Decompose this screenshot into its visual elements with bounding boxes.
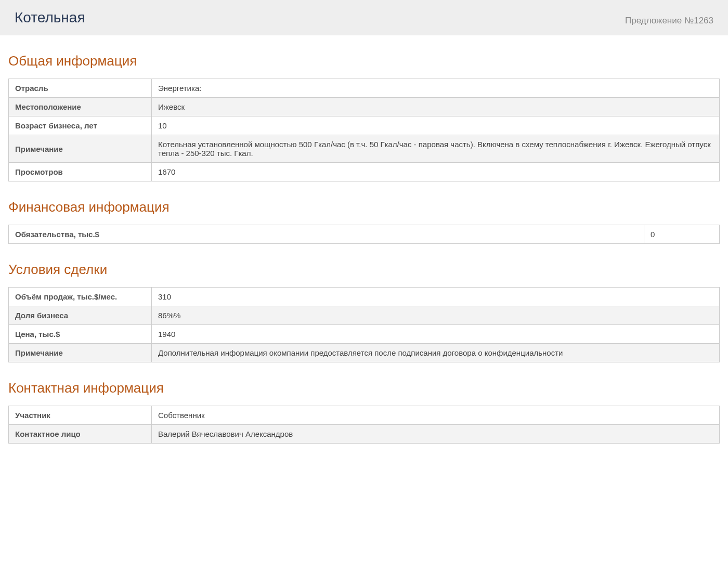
row-label: Участник: [9, 406, 152, 425]
section-heading-contact: Контактная информация: [8, 380, 720, 396]
table-row: Примечание Котельная установленной мощно…: [9, 135, 720, 163]
table-row: Доля бизнеса 86%%: [9, 306, 720, 325]
row-value: Энергетика:: [152, 79, 720, 98]
row-label: Цена, тыс.$: [9, 325, 152, 344]
row-label: Отрасль: [9, 79, 152, 98]
table-row: Участник Собственник: [9, 406, 720, 425]
page-title: Котельная: [15, 9, 85, 26]
page-header: Котельная Предложение №1263: [0, 0, 728, 35]
deal-info-table: Объём продаж, тыс.$/мес. 310 Доля бизнес…: [8, 287, 720, 362]
table-row: Возраст бизнеса, лет 10: [9, 116, 720, 135]
section-heading-deal: Условия сделки: [8, 262, 720, 278]
row-value: 310: [152, 288, 720, 306]
section-heading-financial: Финансовая информация: [8, 199, 720, 215]
row-value: 0: [644, 225, 720, 244]
row-label: Примечание: [9, 135, 152, 163]
financial-info-table: Обязательства, тыс.$ 0: [8, 225, 720, 244]
row-value: 1670: [152, 163, 720, 181]
row-label: Примечание: [9, 344, 152, 362]
table-row: Примечание Дополнительная информация око…: [9, 344, 720, 362]
table-row: Объём продаж, тыс.$/мес. 310: [9, 288, 720, 306]
offer-id: Предложение №1263: [625, 16, 713, 26]
row-label: Объём продаж, тыс.$/мес.: [9, 288, 152, 306]
row-label: Обязательства, тыс.$: [9, 225, 644, 244]
row-label: Контактное лицо: [9, 425, 152, 444]
row-value: Котельная установленной мощностью 500 Гк…: [152, 135, 720, 163]
row-label: Просмотров: [9, 163, 152, 181]
row-value: Дополнительная информация окомпании пред…: [152, 344, 720, 362]
row-value: Валерий Вячеславович Александров: [152, 425, 720, 444]
row-label: Доля бизнеса: [9, 306, 152, 325]
table-row: Просмотров 1670: [9, 163, 720, 181]
general-info-table: Отрасль Энергетика: Местоположение Ижевс…: [8, 79, 720, 181]
table-row: Контактное лицо Валерий Вячеславович Але…: [9, 425, 720, 444]
table-row: Местоположение Ижевск: [9, 98, 720, 116]
row-label: Местоположение: [9, 98, 152, 116]
contact-info-table: Участник Собственник Контактное лицо Вал…: [8, 406, 720, 444]
row-label: Возраст бизнеса, лет: [9, 116, 152, 135]
table-row: Цена, тыс.$ 1940: [9, 325, 720, 344]
section-heading-general: Общая информация: [8, 53, 720, 69]
table-row: Отрасль Энергетика:: [9, 79, 720, 98]
row-value: Собственник: [152, 406, 720, 425]
row-value: Ижевск: [152, 98, 720, 116]
row-value: 86%%: [152, 306, 720, 325]
row-value: 1940: [152, 325, 720, 344]
table-row: Обязательства, тыс.$ 0: [9, 225, 720, 244]
row-value: 10: [152, 116, 720, 135]
